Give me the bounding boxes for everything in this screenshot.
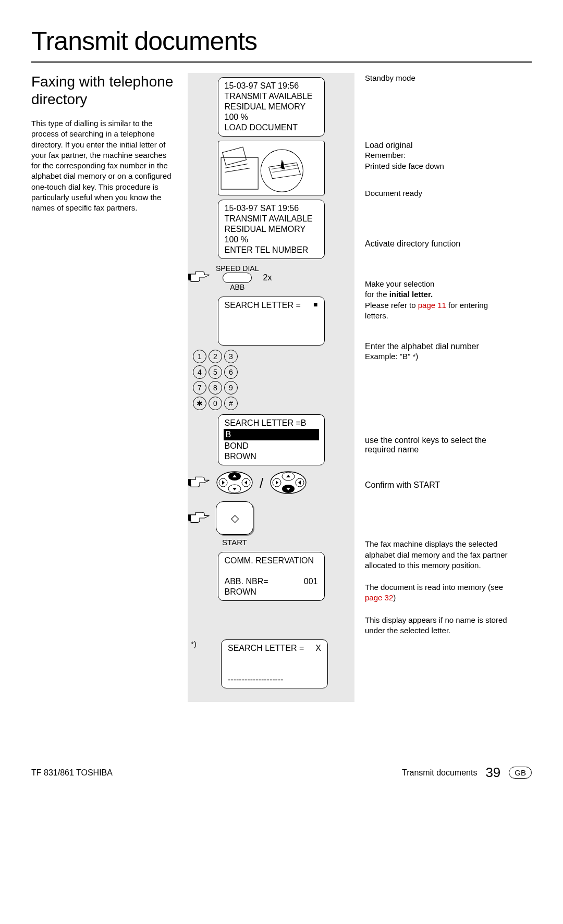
svg-rect-19 <box>189 515 191 521</box>
press-count: 2x <box>263 273 272 282</box>
result-text-2: The document is read into memory (see pa… <box>365 582 511 603</box>
key-3[interactable]: 3 <box>224 350 238 363</box>
diamond-start-icon: ◇ <box>231 512 239 524</box>
lcd-reservation: COMM. RESERVATION ABB. NBR= 001 BROWN <box>218 552 325 601</box>
lcd-line: ENTER TEL NUMBER <box>225 245 318 255</box>
lcd-highlight: B <box>224 429 319 440</box>
left-column: Faxing with telephone directory This typ… <box>31 73 188 702</box>
key-star[interactable]: ✱ <box>193 397 206 410</box>
key-7[interactable]: 7 <box>193 381 206 395</box>
speed-dial-bottom-label: ABB <box>230 283 244 291</box>
svg-line-3 <box>225 168 250 173</box>
standby-label: Standby mode <box>365 73 511 83</box>
key-4[interactable]: 4 <box>193 365 206 379</box>
svg-rect-7 <box>189 274 191 280</box>
pointing-hand-icon <box>188 510 212 528</box>
pointing-hand-icon <box>188 474 212 492</box>
svg-rect-0 <box>221 157 258 189</box>
lcd-line: 15-03-97 SAT 19:56 <box>225 203 318 214</box>
start-button[interactable]: ◇ <box>216 501 253 535</box>
main-layout: Faxing with telephone directory This typ… <box>31 73 532 702</box>
no-name-text: This display appears if no name is store… <box>365 615 511 636</box>
lcd-line: RESIDUAL MEMORY 100 % <box>225 102 318 122</box>
footnote-mark: *) <box>191 639 217 648</box>
footer-section: Transmit documents <box>402 768 477 778</box>
svg-rect-1 <box>222 147 246 165</box>
key-1[interactable]: 1 <box>193 350 206 363</box>
footnote-row: *) SEARCH LETTER = X -------------------… <box>193 639 349 688</box>
enter-dial-heading: Enter the alphabet dial number <box>365 342 511 351</box>
lcd-line: RESIDUAL MEMORY 100 % <box>225 224 318 245</box>
lcd-search-b: SEARCH LETTER =B B BOND BROWN <box>218 414 325 465</box>
lcd-standby: 15-03-97 SAT 19:56 TRANSMIT AVAILABLE RE… <box>218 77 325 137</box>
oval-button-icon <box>223 273 252 283</box>
language-badge: GB <box>509 767 532 779</box>
face-down-label: Printed side face down <box>365 161 511 171</box>
page-ref-link[interactable]: page 32 <box>365 593 393 602</box>
start-label: START <box>222 538 247 547</box>
load-document-illustration <box>218 141 325 195</box>
lcd-line: TRANSMIT AVAILABLE <box>225 91 318 102</box>
key-6[interactable]: 6 <box>224 365 238 379</box>
pointing-hand-icon <box>188 269 212 287</box>
page-ref-link[interactable]: page 11 <box>418 301 446 310</box>
section-title: Faxing with telephone directory <box>31 73 177 108</box>
lcd-line: -------------------- <box>228 674 321 685</box>
key-hash[interactable]: # <box>224 397 238 410</box>
remember-label: Remember: <box>365 150 511 161</box>
svg-rect-8 <box>189 479 191 486</box>
lcd-line: SEARCH LETTER = <box>228 643 304 654</box>
nav-row: / <box>188 471 349 496</box>
lcd-line: SEARCH LETTER = <box>225 300 301 311</box>
lcd-line: BROWN <box>225 451 318 462</box>
start-row: ◇ START <box>188 501 349 547</box>
lcd-enter-tel: 15-03-97 SAT 19:56 TRANSMIT AVAILABLE RE… <box>218 200 325 259</box>
control-keys-heading: use the control keys to select the requi… <box>365 436 511 454</box>
example-label: Example: "B" *) <box>365 351 511 362</box>
lcd-line: LOAD DOCUMENT <box>225 122 318 133</box>
footer-model: TF 831/861 TOSHIBA <box>31 768 113 778</box>
key-5[interactable]: 5 <box>209 365 222 379</box>
key-0[interactable]: 0 <box>209 397 222 410</box>
selection-text: Make your selection for the initial lett… <box>365 279 511 321</box>
page-number: 39 <box>485 765 500 781</box>
key-9[interactable]: 9 <box>224 381 238 395</box>
page-footer: TF 831/861 TOSHIBA Transmit documents 39… <box>31 765 532 781</box>
lcd-line: BROWN <box>225 587 318 597</box>
lcd-line: BOND <box>225 441 318 451</box>
lcd-line: SEARCH LETTER =B <box>225 418 318 428</box>
cursor-icon: ■ <box>313 300 317 311</box>
speed-dial-top-label: SPEED DIAL <box>216 264 259 273</box>
numeric-keypad[interactable]: 1 2 3 4 5 6 7 8 9 ✱ 0 # <box>193 350 349 410</box>
speed-dial-button[interactable]: SPEED DIAL ABB <box>216 264 259 291</box>
activate-heading: Activate directory function <box>365 239 511 249</box>
doc-ready-label: Document ready <box>365 188 511 199</box>
slash-separator: / <box>260 475 263 491</box>
right-column: Standby mode Load original Remember: Pri… <box>354 73 511 702</box>
key-8[interactable]: 8 <box>209 381 222 395</box>
lcd-line: 001 <box>304 576 318 587</box>
title-rule <box>31 61 532 63</box>
lcd-line: COMM. RESERVATION <box>225 556 318 566</box>
load-original-heading: Load original <box>365 141 511 150</box>
page-title: Transmit documents <box>31 26 532 56</box>
confirm-heading: Confirm with START <box>365 481 511 490</box>
nav-up-icon[interactable] <box>216 471 253 496</box>
nav-down-icon[interactable] <box>270 471 307 496</box>
intro-paragraph: This type of dialling is similar to the … <box>31 118 177 213</box>
key-2[interactable]: 2 <box>209 350 222 363</box>
lcd-no-name: SEARCH LETTER = X -------------------- <box>221 639 328 688</box>
lcd-line: X <box>315 643 321 654</box>
lcd-line: TRANSMIT AVAILABLE <box>225 214 318 224</box>
lcd-search-blank: SEARCH LETTER = ■ <box>218 297 325 346</box>
result-text-1: The fax machine displays the selected al… <box>365 539 511 571</box>
lcd-line: ABB. NBR= <box>225 576 268 587</box>
speed-dial-row: SPEED DIAL ABB 2x <box>188 264 349 291</box>
middle-column: 15-03-97 SAT 19:56 TRANSMIT AVAILABLE RE… <box>188 73 354 702</box>
lcd-line: 15-03-97 SAT 19:56 <box>225 81 318 91</box>
